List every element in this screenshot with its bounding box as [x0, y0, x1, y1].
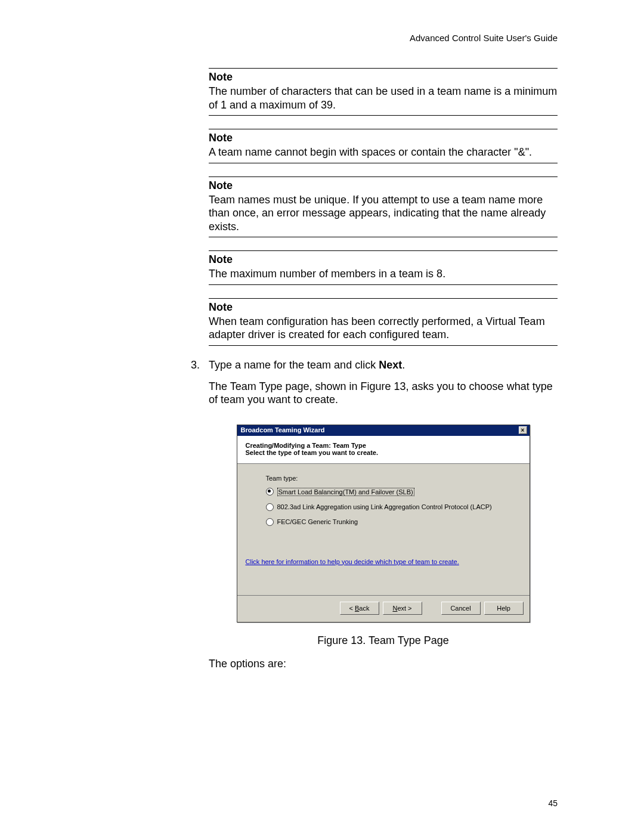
radio-label: FEC/GEC Generic Trunking	[277, 518, 358, 525]
wizard-title-bar: Broadcom Teaming Wizard ×	[237, 425, 530, 436]
note-block: Note The number of characters that can b…	[209, 68, 558, 116]
team-type-label: Team type:	[266, 475, 521, 482]
header-doc-title: Advanced Control Suite User's Guide	[86, 33, 558, 43]
back-button[interactable]: < Back	[340, 602, 379, 615]
step-text: Type a name for the team and click Next.	[209, 359, 405, 371]
page-number: 45	[548, 798, 558, 808]
step-3: 3. Type a name for the team and click Ne…	[173, 359, 558, 371]
note-title: Note	[209, 71, 558, 83]
options-intro: The options are:	[173, 658, 558, 670]
radio-label: 802.3ad Link Aggregation using Link Aggr…	[277, 503, 492, 510]
step-follow-paragraph: The Team Type page, shown in Figure 13, …	[209, 380, 558, 407]
next-rest: ext >	[397, 605, 411, 612]
close-icon[interactable]: ×	[519, 426, 527, 434]
note-title: Note	[209, 253, 558, 266]
step-text-bold: Next	[379, 359, 402, 371]
note-block: Note A team name cannot begin with space…	[209, 129, 558, 163]
note-body: The maximum number of members in a team …	[209, 267, 558, 281]
step-text-after: .	[402, 359, 405, 371]
radio-icon[interactable]	[266, 488, 274, 496]
wizard-footer: < Back Next > Cancel Help	[237, 595, 530, 622]
note-title: Note	[209, 132, 558, 144]
note-body: The number of characters that can be use…	[209, 85, 558, 112]
wizard-title-text: Broadcom Teaming Wizard	[241, 426, 325, 433]
wizard-body: Team type: Smart Load Balancing(TM) and …	[237, 464, 530, 595]
back-rest: ack	[359, 605, 369, 612]
cancel-button[interactable]: Cancel	[441, 602, 481, 615]
teaming-wizard-window: Broadcom Teaming Wizard × Creating/Modif…	[237, 425, 530, 623]
note-body: A team name cannot begin with spaces or …	[209, 145, 558, 159]
note-body: When team configuration has been correct…	[209, 315, 558, 342]
radio-option-lacp[interactable]: 802.3ad Link Aggregation using Link Aggr…	[266, 503, 521, 511]
wizard-heading-2: Select the type of team you want to crea…	[246, 449, 521, 456]
wizard-heading-1: Creating/Modifying a Team: Team Type	[246, 442, 521, 449]
note-title: Note	[209, 301, 558, 314]
step-number: 3.	[173, 359, 209, 371]
wizard-header: Creating/Modifying a Team: Team Type Sel…	[237, 436, 530, 464]
note-body: Team names must be unique. If you attemp…	[209, 193, 558, 234]
wizard-help-link[interactable]: Click here for information to help you d…	[246, 558, 459, 565]
radio-option-slb[interactable]: Smart Load Balancing(TM) and Failover (S…	[266, 488, 521, 496]
document-page: Advanced Control Suite User's Guide Note…	[0, 0, 644, 833]
note-block: Note The maximum number of members in a …	[209, 250, 558, 285]
radio-label: Smart Load Balancing(TM) and Failover (S…	[277, 488, 414, 496]
next-button[interactable]: Next >	[383, 602, 422, 615]
back-prefix: <	[349, 605, 355, 612]
radio-icon[interactable]	[266, 518, 274, 526]
content-column: Note The number of characters that can b…	[209, 68, 558, 670]
help-button[interactable]: Help	[484, 602, 524, 615]
note-title: Note	[209, 179, 558, 192]
radio-option-fec-gec[interactable]: FEC/GEC Generic Trunking	[266, 518, 521, 526]
note-block: Note Team names must be unique. If you a…	[209, 176, 558, 238]
figure-caption: Figure 13. Team Type Page	[209, 634, 558, 647]
radio-icon[interactable]	[266, 503, 274, 511]
note-block: Note When team configuration has been co…	[209, 298, 558, 346]
step-text-before: Type a name for the team and click	[209, 359, 379, 371]
